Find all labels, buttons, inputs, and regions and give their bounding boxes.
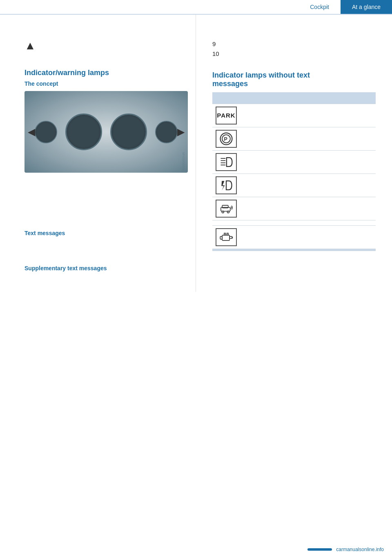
table-header-row [212,92,376,104]
gauge-cluster [35,113,178,150]
bottom-bar: carmanualsonline.info [0,543,392,556]
sub-heading-text-messages: Text messages [24,230,179,236]
gauge-small-left [35,121,57,143]
lines-d-icon-box [216,153,237,171]
gauge-main-left [65,113,102,150]
svg-rect-14 [220,236,222,239]
spark-d-description [241,173,376,197]
number-10: 10 [212,49,376,59]
engine-icon [219,230,234,245]
col-left: ▲ Indicator/warning lamps The concept ◀ … [0,15,196,292]
svg-rect-13 [227,233,228,235]
indicator-table: PARK P [212,92,376,251]
number-9: 9 [212,39,376,49]
gauge-small-right [155,121,178,143]
warning-triangle-icon: ▲ [24,39,179,52]
park-icon-box: PARK [216,107,237,125]
spark-d-icon-box [216,176,237,194]
dashboard-image-inner: ◀ ▶ [24,91,188,173]
gauge-main-right [110,113,147,150]
table-row: PARK [212,104,376,127]
footer-logo: carmanualsonline.info [336,547,384,552]
lines-d-icon [219,155,234,169]
table-row: P [212,127,376,150]
icon-cell-park: PARK [212,104,241,127]
icon-cell-lines-d [212,150,241,173]
car-waves-description [241,197,376,220]
p-circle-description [241,127,376,150]
table-footer-row [212,249,376,251]
tab-cockpit[interactable]: Cockpit [298,0,341,14]
bottom-accent [307,548,332,551]
p-circle-icon-box: P [216,130,237,148]
table-row [212,197,376,220]
table-row [212,173,376,197]
col-right: 9 10 Indicator lamps without text messag… [196,15,392,292]
engine-description [241,225,376,249]
right-section-heading: Indicator lamps without text messages [212,71,376,88]
svg-rect-11 [222,235,229,240]
table-divider-row [212,220,376,225]
icon-cell-spark-d [212,173,241,197]
sub-heading-supplementary: Supplementary text messages [24,265,179,271]
left-spacer-1 [24,181,179,230]
table-row [212,150,376,173]
nav-arrow-right-icon: ▶ [177,126,185,138]
table-header-cell [212,92,376,104]
car-waves-icon [219,201,234,216]
svg-point-10 [227,211,229,213]
svg-point-9 [222,211,224,213]
icon-cell-car-waves [212,197,241,220]
numbers-block: 9 10 [212,39,376,59]
left-spacer-2 [24,240,179,265]
dashboard-watermark: MY06/06/MA [182,152,185,171]
p-circle-icon: P [219,131,234,146]
dashboard-image: ◀ ▶ MY06/06/MA [24,91,188,173]
table-row [212,225,376,249]
spark-d-icon [219,178,234,193]
icon-cell-engine [212,225,241,249]
svg-rect-12 [224,233,225,235]
section-heading-warning-lamps: Indicator/warning lamps [24,69,179,77]
nav-arrow-left-icon: ◀ [28,126,35,138]
lines-d-description [241,150,376,173]
engine-icon-box [216,228,237,246]
content-wrap: ▲ Indicator/warning lamps The concept ◀ … [0,15,392,292]
icon-cell-p-circle: P [212,127,241,150]
sub-heading-concept: The concept [24,80,179,87]
header-bar: Cockpit At a glance [0,0,392,15]
park-description [241,104,376,127]
svg-text:P: P [224,136,227,142]
tab-ataglance[interactable]: At a glance [341,0,392,14]
car-waves-icon-box [216,200,237,218]
